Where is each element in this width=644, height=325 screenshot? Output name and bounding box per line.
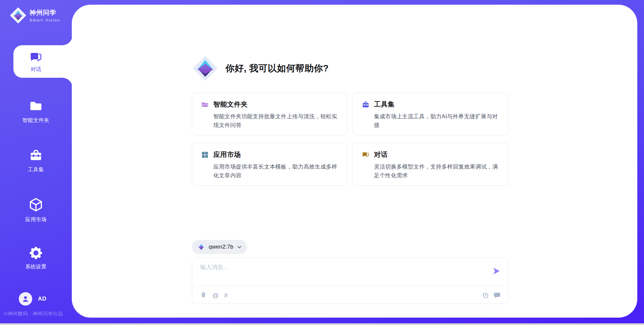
chat-icon	[29, 50, 43, 64]
greeting: 你好, 我可以如何帮助你?	[192, 55, 329, 82]
toolbox-icon	[29, 148, 43, 162]
sidebar-item-label: 应用市场	[0, 216, 72, 223]
chevron-down-icon	[236, 244, 242, 250]
hash-icon[interactable]: #	[224, 292, 228, 299]
brand-diamond-icon	[10, 7, 26, 23]
card-description: 灵活切换多模型文件，支持多样回复效果调试，满足个性化需求	[374, 162, 499, 180]
sidebar: 神州问学 Smart Vision 对话 智能文件夹	[0, 0, 72, 325]
sidebar-item-label: 智能文件夹	[0, 117, 72, 124]
feature-cards: 智能文件夹 智能文件夹功能支持批量文件上传与清洗，轻松实现文件问答 工具集 集成…	[192, 92, 509, 186]
footer-credit: ©神州数码 · 神州问学出品	[4, 311, 63, 317]
logo-text: 神州问学 Smart Vision	[30, 8, 60, 22]
message-composer: @ #	[192, 258, 508, 304]
folder-open-icon	[201, 101, 209, 109]
send-icon[interactable]	[492, 267, 501, 275]
sidebar-item-smart-folder[interactable]: 智能文件夹	[0, 99, 72, 124]
avatar	[19, 292, 32, 306]
cube-icon	[28, 197, 44, 212]
sidebar-item-chat[interactable]: 对话	[13, 45, 72, 78]
card-app-market[interactable]: 应用市场 应用市场提供丰富长文本模板，助力高效生成多样化文章内容	[192, 143, 347, 186]
window-bottom-edge	[0, 323, 644, 325]
card-toolset[interactable]: 工具集 集成市场上主流工具，助力AI与外界无缝扩展与对接	[353, 92, 508, 135]
at-icon[interactable]: @	[212, 292, 219, 299]
sidebar-item-label: 工具集	[0, 166, 72, 173]
feedback-bubble-icon[interactable]	[493, 291, 501, 299]
app-logo: 神州问学 Smart Vision	[10, 7, 60, 23]
greeting-title: 你好, 我可以如何帮助你?	[225, 62, 329, 74]
card-description: 集成市场上主流工具，助力AI与外界无缝扩展与对接	[374, 112, 499, 129]
card-description: 智能文件夹功能支持批量文件上传与清洗，轻松实现文件问答	[213, 112, 338, 129]
composer-divider	[192, 286, 508, 286]
toolbox-icon	[362, 101, 370, 109]
folder-icon	[29, 99, 43, 113]
gear-icon	[29, 246, 43, 260]
app-root: 你好, 我可以如何帮助你? 智能文件夹 智能文件夹功能支持批量文件上传与清洗，轻…	[0, 0, 644, 325]
model-name: qwen2:7b	[209, 244, 233, 250]
model-diamond-icon	[197, 243, 206, 251]
user-initials: AD	[38, 296, 47, 302]
tab-curve-bottom	[62, 78, 72, 88]
sidebar-item-settings[interactable]: 系统设置	[0, 246, 72, 270]
card-title: 智能文件夹	[213, 100, 248, 109]
card-title: 工具集	[374, 100, 395, 109]
model-selector[interactable]: qwen2:7b	[192, 240, 247, 254]
card-title: 应用市场	[213, 150, 241, 159]
paperclip-icon[interactable]	[200, 291, 207, 299]
sidebar-item-label: 系统设置	[0, 263, 72, 270]
person-icon	[21, 295, 30, 303]
sidebar-item-label: 对话	[31, 66, 41, 73]
card-chat[interactable]: 对话 灵活切换多模型文件，支持多样回复效果调试，满足个性化需求	[353, 143, 508, 186]
app-tagline: Smart Vision	[30, 18, 60, 22]
app-name: 神州问学	[30, 8, 60, 17]
chat-icon	[362, 151, 370, 159]
user-profile[interactable]: AD	[19, 292, 47, 306]
message-input[interactable]	[200, 263, 489, 284]
composer-toolbar-right	[482, 291, 501, 299]
composer-toolbar: @ #	[200, 289, 501, 302]
sidebar-item-toolset[interactable]: 工具集	[0, 148, 72, 173]
card-description: 应用市场提供丰富长文本模板，助力高效生成多样化文章内容	[213, 162, 338, 180]
card-smart-folder[interactable]: 智能文件夹 智能文件夹功能支持批量文件上传与清洗，轻松实现文件问答	[192, 92, 347, 135]
brand-diamond-icon	[192, 55, 219, 82]
main-panel: 你好, 我可以如何帮助你? 智能文件夹 智能文件夹功能支持批量文件上传与清洗，轻…	[72, 5, 637, 318]
history-icon[interactable]	[482, 291, 489, 299]
sidebar-item-app-market[interactable]: 应用市场	[0, 197, 72, 223]
card-title: 对话	[374, 150, 388, 159]
app-grid-icon	[201, 151, 209, 159]
tab-curve-top	[62, 35, 72, 45]
